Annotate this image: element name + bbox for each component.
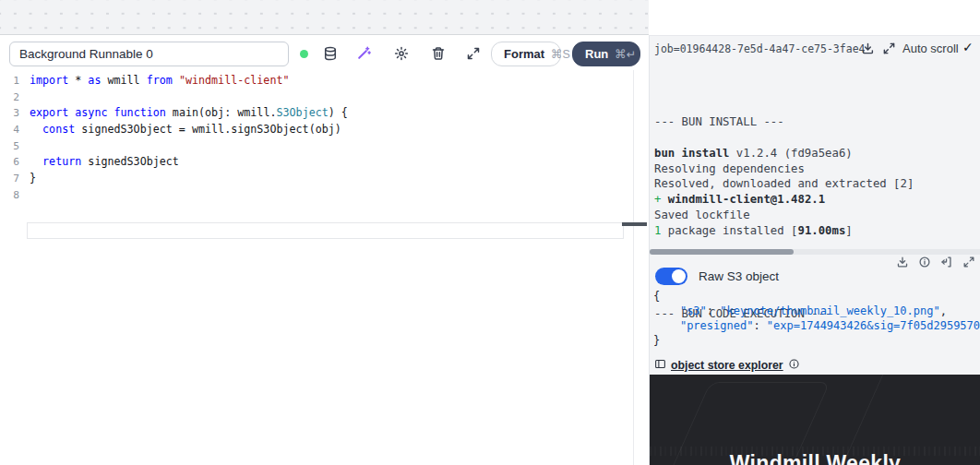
result-toolbar xyxy=(896,256,975,268)
log-scrollbar-thumb[interactable] xyxy=(650,249,794,255)
overview-ruler xyxy=(633,70,634,465)
code-line[interactable]: 2 xyxy=(0,89,348,106)
log-line xyxy=(654,99,980,114)
code-line[interactable]: 6 return signedS3Object xyxy=(0,154,348,171)
open-result-drawer-icon[interactable] xyxy=(940,256,953,268)
result-info-icon[interactable] xyxy=(918,256,931,268)
log-line: 1 package installed [91.00ms] xyxy=(654,223,980,239)
cache-database-icon[interactable] xyxy=(322,45,338,61)
download-result-icon[interactable] xyxy=(896,256,909,268)
preview-image-title: Windmill Weekly xyxy=(650,451,980,465)
code-editor[interactable]: 1import * as wmill from "windmill-client… xyxy=(0,70,649,465)
auto-scroll-checkbox[interactable]: ✓ xyxy=(962,40,974,54)
runnable-editor-panel: Format ⌘S Run ⌘↵ 1import * as wmill from… xyxy=(0,35,649,465)
job-header-row: job=01964428-7e5d-4a47-ce75-3fae4 Auto s… xyxy=(650,40,980,58)
object-store-explorer-row: object store explorer xyxy=(654,358,800,373)
json-line: "s3": "keynote/thumbnail_weekly_10.png", xyxy=(653,304,980,318)
log-line: Saved lockfile xyxy=(654,208,980,223)
log-line: Resolving dependencies xyxy=(654,161,980,177)
format-shortcut: ⌘S xyxy=(551,47,570,61)
ready-status-dot xyxy=(300,50,308,58)
log-line: bun install v1.2.4 (fd9a5ea6) xyxy=(654,146,980,161)
code-line[interactable]: 7} xyxy=(0,171,348,187)
run-shortcut: ⌘↵ xyxy=(615,47,636,61)
log-lines: --- BUN INSTALL ---bun install v1.2.4 (f… xyxy=(654,99,980,239)
code-line[interactable]: 3export async function main(obj: wmill.S… xyxy=(0,105,348,122)
log-line: Resolved, downloaded and extracted [2] xyxy=(654,176,980,192)
panel-icon xyxy=(654,357,666,374)
app-canvas-dotted-background xyxy=(0,0,649,35)
auto-scroll-label[interactable]: Auto scroll xyxy=(902,42,959,55)
raw-s3-toggle[interactable] xyxy=(655,268,687,285)
format-button[interactable]: Format ⌘S xyxy=(491,42,561,66)
editor-toolbar: Format ⌘S Run ⌘↵ xyxy=(0,35,649,70)
toggle-knob xyxy=(672,269,686,283)
download-logs-icon[interactable] xyxy=(861,42,876,56)
job-output-panel: job=01964428-7e5d-4a47-ce75-3fae4 Auto s… xyxy=(649,35,980,465)
code-lines: 1import * as wmill from "windmill-client… xyxy=(0,73,348,204)
code-line[interactable]: 4 const signedS3Object = wmill.signS3Obj… xyxy=(0,122,348,138)
job-id-label: job=01964428-7e5d-4a47-ce75-3fae4 xyxy=(654,42,865,55)
current-line-highlight xyxy=(27,222,624,239)
run-button[interactable]: Run ⌘↵ xyxy=(572,42,640,66)
raw-s3-toggle-row: Raw S3 object xyxy=(655,267,779,285)
log-line: --- BUN INSTALL --- xyxy=(654,114,980,130)
raw-s3-toggle-label[interactable]: Raw S3 object xyxy=(699,269,779,283)
object-store-explorer-link[interactable]: object store explorer xyxy=(671,359,783,372)
fullscreen-logs-icon[interactable] xyxy=(882,42,897,56)
settings-gear-icon[interactable] xyxy=(393,45,409,61)
json-line: "presigned": "exp=1744943426&sig=7f05d29… xyxy=(653,318,980,333)
expand-editor-icon[interactable] xyxy=(465,45,481,61)
json-line: { xyxy=(653,289,980,304)
run-button-label: Run xyxy=(585,47,608,61)
log-horizontal-scrollbar xyxy=(650,249,980,255)
ai-assistant-wand-icon[interactable] xyxy=(356,45,372,61)
s3-image-preview: Windmill Weekly xyxy=(650,375,980,465)
windmill-app-editor: Format ⌘S Run ⌘↵ 1import * as wmill from… xyxy=(0,0,980,465)
overview-ruler-cursor-mark xyxy=(622,222,647,226)
code-line[interactable]: 1import * as wmill from "windmill-client… xyxy=(0,73,348,89)
result-json-viewer: { "s3": "keynote/thumbnail_weekly_10.png… xyxy=(653,289,980,348)
code-line[interactable]: 8 xyxy=(0,187,348,204)
code-line[interactable]: 5 xyxy=(0,138,348,155)
maximize-result-icon[interactable] xyxy=(962,256,975,268)
log-line xyxy=(654,130,980,146)
log-line: + windmill-client@1.482.1 xyxy=(654,192,980,208)
runnable-name-input[interactable] xyxy=(9,42,289,66)
format-button-label: Format xyxy=(504,47,544,61)
delete-trash-icon[interactable] xyxy=(430,45,446,61)
json-line: } xyxy=(653,333,980,348)
explorer-info-icon[interactable] xyxy=(788,357,800,374)
